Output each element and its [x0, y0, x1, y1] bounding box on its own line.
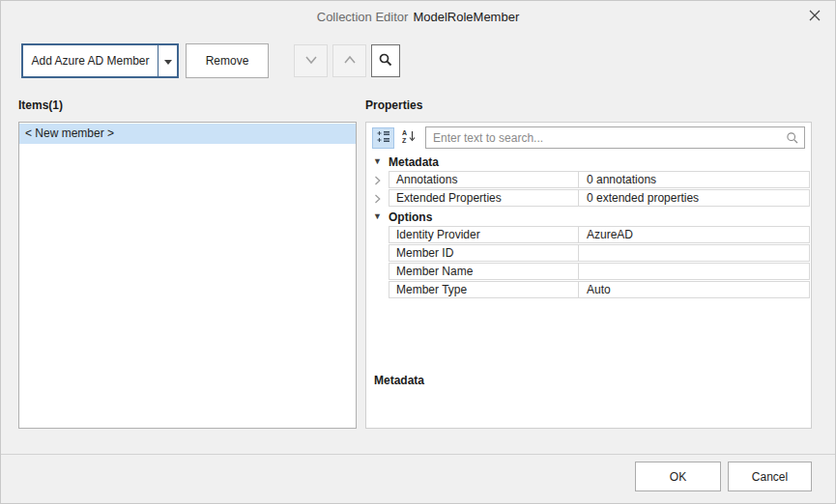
row-gutter [366, 244, 389, 263]
categorized-view-button[interactable] [372, 127, 394, 149]
category-label: Options [389, 210, 432, 224]
categorized-view-icon [377, 130, 390, 146]
property-description-title: Metadata [374, 374, 424, 387]
ok-button[interactable]: OK [635, 462, 721, 491]
property-name[interactable]: Member ID [389, 245, 579, 261]
property-search-box [425, 126, 805, 149]
svg-text:Z: Z [402, 137, 407, 144]
property-name[interactable]: Annotations [389, 172, 579, 187]
row-gutter [366, 263, 389, 281]
property-row: Extended Properties0 extended properties [366, 189, 810, 208]
expand-chevron-icon[interactable] [366, 171, 389, 189]
add-azure-ad-member-button[interactable]: Add Azure AD Member [23, 45, 158, 76]
chevron-down-icon [303, 54, 319, 69]
category-row[interactable]: ▼Options [366, 208, 810, 226]
chevron-down-caret-icon [164, 54, 172, 68]
footer-separator [1, 454, 835, 455]
items-header: Items(1) [18, 98, 63, 112]
properties-header: Properties [365, 98, 422, 112]
search-button[interactable] [371, 44, 400, 77]
magnifier-icon [378, 52, 393, 70]
row-gutter [366, 226, 389, 244]
alphabetical-sort-icon: A Z [402, 129, 416, 146]
property-name[interactable]: Identity Provider [389, 227, 579, 242]
collapse-triangle-icon[interactable]: ▼ [373, 157, 389, 166]
category-label: Metadata [389, 155, 439, 169]
cancel-button[interactable]: Cancel [728, 462, 812, 491]
property-row: Identity ProviderAzureAD [366, 226, 810, 244]
remove-button[interactable]: Remove [186, 43, 269, 78]
dialog-title-name: ModelRoleMember [413, 10, 519, 24]
property-search-input[interactable] [426, 127, 804, 148]
svg-text:A: A [402, 129, 407, 136]
collapse-triangle-icon[interactable]: ▼ [373, 212, 389, 221]
category-row[interactable]: ▼Metadata [366, 153, 810, 171]
close-icon [809, 10, 821, 24]
property-name[interactable]: Member Type [389, 282, 579, 297]
alphabetical-sort-button[interactable]: A Z [397, 127, 419, 149]
property-row: Member Name [366, 263, 810, 281]
close-button[interactable] [804, 6, 825, 27]
titlebar: Collection EditorModelRoleMember [1, 1, 835, 30]
property-value[interactable] [579, 245, 809, 261]
property-name[interactable]: Extended Properties [389, 190, 579, 206]
move-down-button[interactable] [294, 44, 328, 77]
property-value[interactable]: 0 annotations [579, 172, 809, 187]
row-gutter [366, 281, 389, 299]
magnifier-icon [786, 131, 799, 148]
property-value[interactable] [579, 264, 809, 279]
add-member-split-button: Add Azure AD Member [21, 43, 179, 78]
list-item[interactable]: < New member > [19, 124, 356, 144]
properties-panel: A Z ▼MetadataAnnotations0 annotationsExt… [365, 122, 812, 429]
property-row: Annotations0 annotations [366, 171, 810, 189]
property-value[interactable]: Auto [579, 282, 809, 297]
properties-toolbar: A Z [372, 126, 805, 149]
property-row: Member TypeAuto [366, 281, 810, 299]
property-grid: ▼MetadataAnnotations0 annotationsExtende… [366, 153, 810, 299]
add-member-dropdown-button[interactable] [158, 45, 177, 76]
chevron-up-icon [342, 54, 358, 69]
property-name[interactable]: Member Name [389, 264, 579, 279]
property-value[interactable]: 0 extended properties [579, 190, 809, 206]
collection-editor-dialog: Collection EditorModelRoleMember Add Azu… [0, 0, 836, 504]
items-listbox[interactable]: < New member > [18, 122, 357, 429]
dialog-title-prefix: Collection Editor [317, 10, 409, 24]
property-value[interactable]: AzureAD [579, 227, 809, 242]
expand-chevron-icon[interactable] [366, 189, 389, 208]
property-row: Member ID [366, 244, 810, 263]
move-up-button[interactable] [332, 44, 366, 77]
